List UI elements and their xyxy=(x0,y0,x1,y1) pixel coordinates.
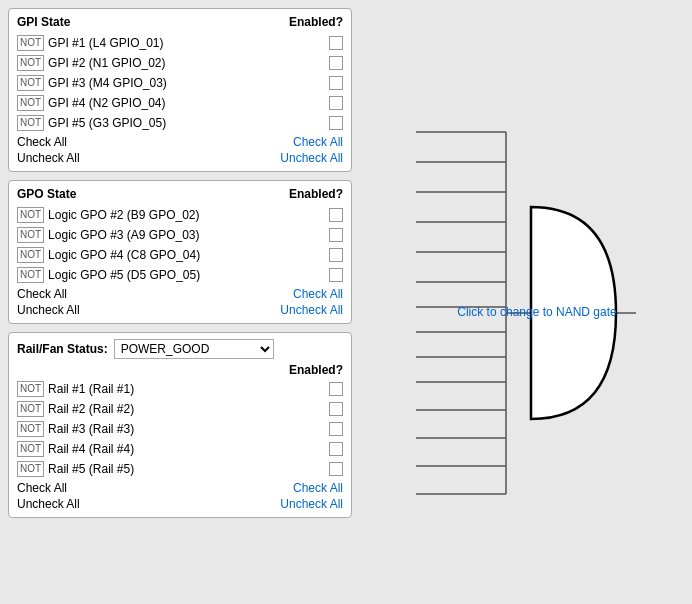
not-label: NOT xyxy=(17,267,44,283)
right-panel: Click to change to NAND gate xyxy=(360,0,692,604)
rail-row-label: Rail #4 (Rail #4) xyxy=(48,442,329,456)
not-label: NOT xyxy=(17,35,44,51)
change-to-nand-link[interactable]: Click to change to NAND gate xyxy=(457,305,616,319)
gate-svg xyxy=(416,52,636,552)
left-panel: GPI State Enabled? NOT GPI #1 (L4 GPIO_0… xyxy=(0,0,360,604)
gpo-rows: NOT Logic GPO #2 (B9 GPO_02) NOT Logic G… xyxy=(17,205,343,285)
gpo-row-label: Logic GPO #5 (D5 GPO_05) xyxy=(48,268,329,282)
gpi-uncheck-all-row: Uncheck All Uncheck All xyxy=(17,151,343,165)
gpo-row: NOT Logic GPO #5 (D5 GPO_05) xyxy=(17,265,343,285)
rail-row-label: Rail #5 (Rail #5) xyxy=(48,462,329,476)
rail-enabled-label: Enabled? xyxy=(17,363,343,377)
not-label: NOT xyxy=(17,55,44,71)
not-label: NOT xyxy=(17,247,44,263)
rail-row: NOT Rail #5 (Rail #5) xyxy=(17,459,343,479)
gpo-check-all-left: Check All xyxy=(17,287,67,301)
rail-row: NOT Rail #1 (Rail #1) xyxy=(17,379,343,399)
gpi-checkbox-4[interactable] xyxy=(329,116,343,130)
gpi-checkbox-3[interactable] xyxy=(329,96,343,110)
gpi-row-label: GPI #1 (L4 GPIO_01) xyxy=(48,36,329,50)
not-label: NOT xyxy=(17,207,44,223)
gpi-checkbox-0[interactable] xyxy=(329,36,343,50)
not-label: NOT xyxy=(17,75,44,91)
not-label: NOT xyxy=(17,115,44,131)
gpo-enabled-label: Enabled? xyxy=(289,187,343,201)
gpo-row-label: Logic GPO #2 (B9 GPO_02) xyxy=(48,208,329,222)
gpo-checkbox-2[interactable] xyxy=(329,248,343,262)
not-label: NOT xyxy=(17,401,44,417)
rail-status-select[interactable]: POWER_GOOD xyxy=(114,339,274,359)
gate-container: Click to change to NAND gate xyxy=(416,52,636,552)
not-label: NOT xyxy=(17,461,44,477)
gpi-row-label: GPI #4 (N2 GPIO_04) xyxy=(48,96,329,110)
rail-section: Rail/Fan Status: POWER_GOOD Enabled? NOT… xyxy=(8,332,352,518)
gpi-row: NOT GPI #5 (G3 GPIO_05) xyxy=(17,113,343,133)
rail-checkbox-1[interactable] xyxy=(329,402,343,416)
not-label: NOT xyxy=(17,381,44,397)
gpo-checkbox-0[interactable] xyxy=(329,208,343,222)
rail-uncheck-all-row: Uncheck All Uncheck All xyxy=(17,497,343,511)
gpo-row: NOT Logic GPO #3 (A9 GPO_03) xyxy=(17,225,343,245)
gpi-header: GPI State Enabled? xyxy=(17,15,343,29)
gpi-row-label: GPI #2 (N1 GPIO_02) xyxy=(48,56,329,70)
rail-row-label: Rail #3 (Rail #3) xyxy=(48,422,329,436)
gpo-row-label: Logic GPO #3 (A9 GPO_03) xyxy=(48,228,329,242)
gpi-check-all-left: Check All xyxy=(17,135,67,149)
rail-row-label: Rail #2 (Rail #2) xyxy=(48,402,329,416)
gpi-checkbox-2[interactable] xyxy=(329,76,343,90)
rail-uncheck-all-left: Uncheck All xyxy=(17,497,80,511)
gpi-row: NOT GPI #4 (N2 GPIO_04) xyxy=(17,93,343,113)
gpo-check-all-row: Check All Check All xyxy=(17,287,343,301)
rail-checkbox-0[interactable] xyxy=(329,382,343,396)
gpi-checkbox-1[interactable] xyxy=(329,56,343,70)
gpi-row: NOT GPI #3 (M4 GPIO_03) xyxy=(17,73,343,93)
rail-status-row: Rail/Fan Status: POWER_GOOD xyxy=(17,339,343,359)
not-label: NOT xyxy=(17,421,44,437)
not-label: NOT xyxy=(17,95,44,111)
not-label: NOT xyxy=(17,227,44,243)
rail-check-all-left: Check All xyxy=(17,481,67,495)
gpo-section: GPO State Enabled? NOT Logic GPO #2 (B9 … xyxy=(8,180,352,324)
rail-row: NOT Rail #4 (Rail #4) xyxy=(17,439,343,459)
rail-row-label: Rail #1 (Rail #1) xyxy=(48,382,329,396)
rail-rows: NOT Rail #1 (Rail #1) NOT Rail #2 (Rail … xyxy=(17,379,343,479)
gpi-row: NOT GPI #2 (N1 GPIO_02) xyxy=(17,53,343,73)
gpo-checkbox-1[interactable] xyxy=(329,228,343,242)
gpi-check-all-row: Check All Check All xyxy=(17,135,343,149)
gpi-uncheck-all-right[interactable]: Uncheck All xyxy=(280,151,343,165)
rail-uncheck-all-right[interactable]: Uncheck All xyxy=(280,497,343,511)
gpi-check-all-right[interactable]: Check All xyxy=(293,135,343,149)
gpo-title: GPO State xyxy=(17,187,76,201)
gpi-row-label: GPI #5 (G3 GPIO_05) xyxy=(48,116,329,130)
rail-checkbox-4[interactable] xyxy=(329,462,343,476)
gpi-row: NOT GPI #1 (L4 GPIO_01) xyxy=(17,33,343,53)
gpo-row: NOT Logic GPO #4 (C8 GPO_04) xyxy=(17,245,343,265)
rail-check-all-right[interactable]: Check All xyxy=(293,481,343,495)
gpo-header: GPO State Enabled? xyxy=(17,187,343,201)
rail-checkbox-3[interactable] xyxy=(329,442,343,456)
rail-row: NOT Rail #2 (Rail #2) xyxy=(17,399,343,419)
gpi-section: GPI State Enabled? NOT GPI #1 (L4 GPIO_0… xyxy=(8,8,352,172)
gpo-row: NOT Logic GPO #2 (B9 GPO_02) xyxy=(17,205,343,225)
gpo-checkbox-3[interactable] xyxy=(329,268,343,282)
rail-check-all-row: Check All Check All xyxy=(17,481,343,495)
gpo-uncheck-all-right[interactable]: Uncheck All xyxy=(280,303,343,317)
rail-checkbox-2[interactable] xyxy=(329,422,343,436)
rail-row: NOT Rail #3 (Rail #3) xyxy=(17,419,343,439)
not-label: NOT xyxy=(17,441,44,457)
gpi-uncheck-all-left: Uncheck All xyxy=(17,151,80,165)
gpo-check-all-right[interactable]: Check All xyxy=(293,287,343,301)
rail-title: Rail/Fan Status: xyxy=(17,342,108,356)
gpi-enabled-label: Enabled? xyxy=(289,15,343,29)
gpi-row-label: GPI #3 (M4 GPIO_03) xyxy=(48,76,329,90)
gpi-rows: NOT GPI #1 (L4 GPIO_01) NOT GPI #2 (N1 G… xyxy=(17,33,343,133)
gpo-uncheck-all-row: Uncheck All Uncheck All xyxy=(17,303,343,317)
gpo-row-label: Logic GPO #4 (C8 GPO_04) xyxy=(48,248,329,262)
gpo-uncheck-all-left: Uncheck All xyxy=(17,303,80,317)
gpi-title: GPI State xyxy=(17,15,70,29)
